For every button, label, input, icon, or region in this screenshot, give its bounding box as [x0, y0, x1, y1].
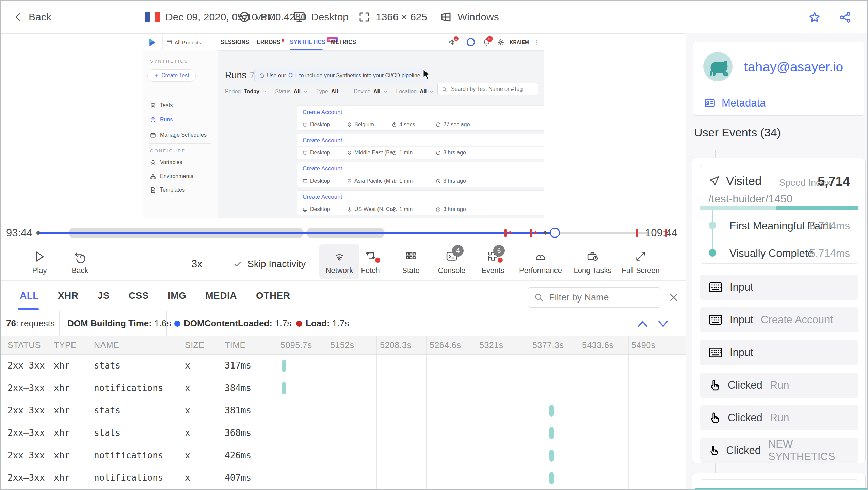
- time-tick: 5208.3s: [380, 340, 411, 350]
- back-button[interactable]: Back: [13, 1, 51, 33]
- tab-errors[interactable]: ERRORS: [257, 34, 284, 50]
- filter-device[interactable]: DeviceAll: [354, 88, 387, 95]
- fullscreen-icon: [634, 250, 647, 263]
- events-panel-button[interactable]: 6 Events: [469, 248, 517, 277]
- network-request-row[interactable]: 2xx–3xxxhrnotificationsx384ms: [1, 377, 686, 399]
- error-marker[interactable]: [504, 229, 507, 237]
- kebab-menu-icon[interactable]: [533, 39, 540, 45]
- events-group-card: Visited Speed Index 5,714 /test-builder/…: [692, 158, 866, 463]
- console-panel-button[interactable]: 4 Console: [428, 248, 476, 277]
- event-type: Clicked: [726, 444, 761, 457]
- error-marker[interactable]: [636, 229, 638, 237]
- run-duration: 1 min: [392, 178, 413, 184]
- tab-metrics[interactable]: METRICS: [331, 34, 356, 50]
- gauge-icon: [534, 250, 547, 263]
- tab-img[interactable]: IMG: [168, 290, 186, 301]
- favorite-star-icon[interactable]: [808, 11, 821, 24]
- horizontal-scrollbar[interactable]: [695, 488, 868, 490]
- timeline-progress[interactable]: [38, 232, 555, 234]
- state-panel-button[interactable]: State: [387, 248, 435, 277]
- tab-js[interactable]: JS: [98, 290, 110, 301]
- close-panel-icon[interactable]: [669, 292, 679, 303]
- back-label: Back: [29, 11, 51, 23]
- user-menu[interactable]: KRAIEM: [510, 34, 529, 50]
- user-card: tahay@asayer.io Metadata: [693, 42, 864, 116]
- sidebar-item-variables[interactable]: Variables: [150, 159, 182, 165]
- test-search: [437, 83, 538, 95]
- event-connector: [715, 150, 716, 158]
- run-name-link[interactable]: Create Account: [303, 137, 342, 144]
- network-request-row[interactable]: 2xx–3xxxhrstatsx317ms: [1, 355, 686, 377]
- speed-button[interactable]: 3x: [191, 258, 203, 270]
- user-email[interactable]: tahay@asayer.io: [744, 60, 843, 75]
- network-request-row[interactable]: 2xx–3xxxhrstatsx368ms: [1, 422, 686, 444]
- sidebar-item-manage-schedules[interactable]: Manage Schedules: [150, 132, 207, 138]
- event-type: Input: [730, 346, 753, 359]
- tab-all[interactable]: ALL: [20, 290, 39, 301]
- environments-icon: [150, 174, 156, 179]
- metadata-button[interactable]: Metadata: [704, 97, 766, 109]
- control-label: Full Screen: [622, 266, 659, 275]
- run-card[interactable]: Create Account Desktop US West (N. Cal..…: [297, 190, 544, 215]
- playhead-handle[interactable]: [550, 228, 560, 238]
- tab-xhr[interactable]: XHR: [58, 290, 79, 301]
- tab-css[interactable]: CSS: [129, 290, 149, 301]
- run-name-link[interactable]: Create Account: [303, 109, 342, 116]
- gear-icon[interactable]: [497, 38, 504, 46]
- test-search-input[interactable]: [450, 86, 530, 93]
- cli-link[interactable]: CLI: [288, 72, 297, 79]
- skip-inactivity-toggle[interactable]: Skip Inactivity: [233, 259, 306, 270]
- filter-period[interactable]: PeriodToday: [225, 88, 266, 95]
- performance-panel-button[interactable]: Performance: [517, 248, 564, 277]
- filter-status[interactable]: StatusAll: [275, 88, 307, 95]
- full-screen-button[interactable]: Full Screen: [617, 248, 664, 277]
- event-card-clicked[interactable]: Clicked Run: [700, 373, 858, 398]
- event-card-input[interactable]: Input: [700, 340, 858, 365]
- sidebar-item-runs[interactable]: Runs: [150, 117, 173, 123]
- event-card-clicked[interactable]: Clicked NEW SYNTHETICS: [700, 438, 858, 463]
- create-test-button[interactable]: Create Test: [147, 69, 196, 82]
- speed-value: 3x: [191, 258, 203, 270]
- announcements-button[interactable]: 1: [448, 38, 456, 46]
- filter-type[interactable]: TypeAll: [316, 88, 345, 95]
- share-icon[interactable]: [839, 11, 852, 24]
- network-request-row[interactable]: 2xx–3xxxhrnotificationsx426ms: [1, 444, 686, 467]
- run-name-link[interactable]: Create Account: [303, 165, 342, 172]
- jump-down-icon[interactable]: [657, 319, 669, 328]
- long-tasks-panel-button[interactable]: Long Tasks: [569, 248, 616, 277]
- sidebar-item-templates[interactable]: Templates: [150, 187, 185, 193]
- event-card-input[interactable]: Input Create Account: [700, 307, 858, 332]
- jump-up-icon[interactable]: [637, 319, 649, 328]
- notifications-button[interactable]: 13: [483, 38, 490, 46]
- tab-media[interactable]: MEDIA: [205, 290, 237, 301]
- error-marker[interactable]: [530, 229, 532, 237]
- filter-location[interactable]: LocationAll: [396, 88, 434, 95]
- run-card[interactable]: Create Account Desktop Middle East (Ba..…: [297, 134, 544, 159]
- tab-sessions[interactable]: SESSIONS: [221, 34, 249, 50]
- network-request-row[interactable]: 2xx–3xxxhrnotificationsx407ms: [1, 467, 686, 489]
- replay-app-main: Runs 76 Use our CLI to include your Synt…: [218, 50, 544, 218]
- chevron-down-icon: [430, 90, 433, 94]
- nav-divider: [162, 34, 163, 50]
- search-icon: [442, 87, 447, 92]
- network-filter-input[interactable]: [548, 292, 652, 303]
- replay-app-navbar: All Projects SESSIONS ERRORS SYNTHETICS …: [143, 34, 544, 51]
- timeline-start-dot: [36, 231, 40, 235]
- control-label: Performance: [519, 266, 562, 275]
- keyboard-icon: [709, 347, 722, 358]
- filter-label: Status: [275, 88, 290, 95]
- event-card-clicked[interactable]: Clicked Run: [700, 405, 858, 430]
- run-name-link[interactable]: Create Account: [303, 194, 342, 200]
- event-card-input[interactable]: Input: [700, 275, 858, 300]
- card-divider: [297, 146, 544, 147]
- run-card[interactable]: Create Account Desktop Belgium 4 secs 27…: [297, 105, 544, 131]
- visited-event-card[interactable]: Visited Speed Index 5,714 /test-builder/…: [700, 165, 858, 264]
- sidebar-item-environments[interactable]: Environments: [150, 173, 193, 179]
- event-type: Input: [730, 314, 753, 326]
- errors-dot: [282, 39, 284, 42]
- run-card[interactable]: Create Account Desktop Asia Pacific (M..…: [297, 162, 544, 187]
- network-request-row[interactable]: 2xx–3xxxhrstatsx381ms: [1, 399, 686, 422]
- back-10s-button[interactable]: 10 Back: [56, 248, 104, 277]
- sidebar-item-tests[interactable]: Tests: [150, 102, 173, 109]
- tab-other[interactable]: OTHER: [256, 290, 290, 301]
